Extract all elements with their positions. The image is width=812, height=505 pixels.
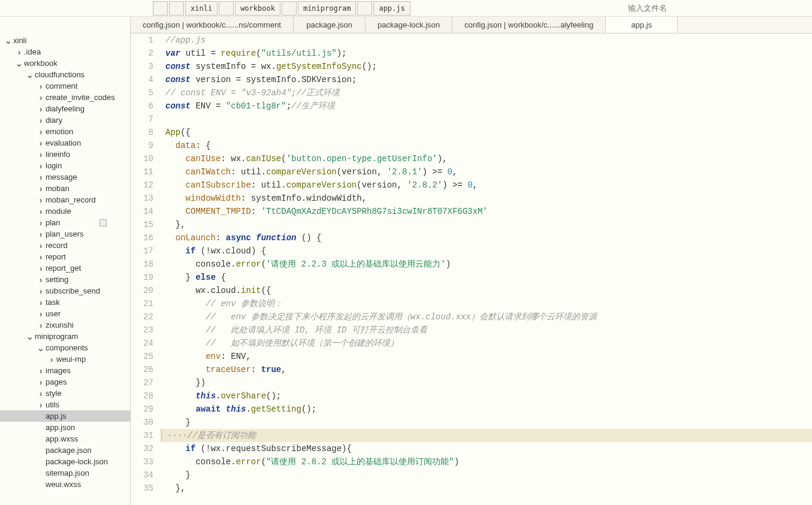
code-line[interactable]: windowWidth: systemInfo.windowWidth, [165, 192, 812, 205]
tree-item[interactable]: utils [0, 399, 130, 410]
code-line[interactable]: if (!wx.requestSubscribeMessage){ [165, 442, 812, 455]
code-line[interactable]: COMMENT_TMPID: 'TtCDAQmXAzdEYDcAYSPRh8G7… [165, 205, 812, 218]
code-line[interactable]: App({ [165, 126, 812, 139]
code-line[interactable] [165, 113, 812, 126]
editor-tab[interactable]: package-lock.json [366, 17, 452, 33]
chevron-right-icon[interactable] [37, 252, 44, 262]
tree-item[interactable]: package.json [0, 444, 130, 456]
chevron-down-icon[interactable] [5, 36, 12, 46]
tree-item[interactable]: task [0, 297, 130, 308]
code-line[interactable]: canIUse: wx.canIUse('button.open-type.ge… [165, 152, 812, 165]
chevron-right-icon[interactable] [37, 264, 44, 273]
code-line[interactable]: if (!wx.cloud) { [165, 244, 812, 258]
chevron-right-icon[interactable] [37, 104, 44, 114]
chevron-right-icon[interactable] [37, 127, 44, 137]
tree-item[interactable]: plan_users [0, 228, 130, 240]
chevron-right-icon[interactable] [37, 320, 44, 330]
chevron-right-icon[interactable] [37, 93, 44, 102]
code-line[interactable]: }, [165, 482, 812, 495]
chevron-right-icon[interactable] [48, 355, 55, 364]
code-line[interactable]: await this.getSetting(); [165, 403, 812, 416]
code-line[interactable]: canIWatch: util.compareVersion(version, … [165, 165, 812, 179]
code-line[interactable]: ····//是否有订阅功能 [161, 429, 812, 442]
code-editor[interactable]: 1234567891011121314151617181920212223242… [131, 34, 812, 505]
tree-item[interactable]: module [0, 205, 130, 217]
file-search-input[interactable] [542, 2, 752, 15]
code-line[interactable]: traceUser: true, [165, 363, 812, 376]
tree-item[interactable]: workbook [0, 58, 130, 69]
chevron-right-icon[interactable] [37, 275, 44, 285]
chevron-down-icon[interactable] [26, 70, 34, 80]
tree-item[interactable]: images [0, 365, 130, 376]
tree-item[interactable]: cloudfunctions [0, 69, 130, 80]
code-line[interactable]: const version = systemInfo.SDKVersion; [165, 73, 812, 86]
breadcrumb-segment[interactable] [219, 1, 234, 16]
chevron-right-icon[interactable] [37, 218, 44, 228]
tree-item[interactable]: package-lock.json [0, 456, 130, 467]
tree-item[interactable]: app.wxss [0, 433, 130, 444]
code-line[interactable]: } [165, 416, 812, 429]
code-line[interactable]: env: ENV, [165, 350, 812, 363]
tree-item[interactable]: weui.wxss [0, 479, 130, 490]
editor-tab[interactable]: package.json [294, 17, 366, 33]
chevron-right-icon[interactable] [37, 241, 44, 250]
code-line[interactable]: // 此处请填入环境 ID, 环境 ID 可打开云控制台查看 [165, 323, 812, 337]
code-line[interactable]: console.error('请使用 2.2.3 或以上的基础库以使用云能力') [165, 258, 812, 271]
breadcrumb-segment[interactable] [282, 1, 297, 16]
editor-tab[interactable]: config.json | workbook/c......alyfeeling [452, 17, 606, 33]
editor-tab[interactable]: config.json | workbook/c......ns/comment [131, 17, 294, 33]
tree-item[interactable]: lineinfo [0, 149, 130, 160]
tree-item[interactable]: create_invite_codes [0, 92, 130, 103]
chevron-right-icon[interactable] [37, 81, 44, 91]
tree-item[interactable]: report [0, 251, 130, 262]
tree-item[interactable]: pages [0, 376, 130, 388]
breadcrumb-segment[interactable] [153, 1, 168, 16]
tree-item[interactable]: components [0, 342, 130, 353]
tree-item[interactable]: login [0, 160, 130, 171]
tree-item[interactable]: style [0, 388, 130, 399]
code-line[interactable]: const systemInfo = wx.getSystemInfoSync(… [165, 60, 812, 73]
chevron-right-icon[interactable] [37, 298, 44, 307]
tree-item[interactable]: comment [0, 80, 130, 92]
chevron-right-icon[interactable] [16, 47, 23, 57]
chevron-right-icon[interactable] [37, 207, 44, 216]
code-line[interactable]: } else { [165, 271, 812, 284]
chevron-down-icon[interactable] [16, 59, 23, 68]
tree-item[interactable]: message [0, 171, 130, 183]
code-line[interactable]: canISubscribe: util.compareVersion(versi… [165, 179, 812, 192]
tree-item[interactable]: diary [0, 114, 130, 126]
chevron-right-icon[interactable] [37, 400, 44, 410]
code-line[interactable]: } [165, 468, 812, 482]
tree-item[interactable]: moban [0, 183, 130, 194]
code-line[interactable]: console.error("请使用 2.8.2 或以上的基础库以使用订阅功能"… [165, 455, 812, 468]
chevron-right-icon[interactable] [37, 161, 44, 171]
chevron-right-icon[interactable] [37, 184, 44, 193]
code-line[interactable]: const ENV = "cb01-tlg8r";//生产环境 [165, 99, 812, 113]
code-line[interactable]: // env 参数决定接下来小程序发起的云开发调用（wx.cloud.xxx）会… [165, 310, 812, 323]
chevron-right-icon[interactable] [37, 377, 44, 387]
code-line[interactable]: onLaunch: async function () { [165, 231, 812, 244]
code-line[interactable]: }) [165, 376, 812, 389]
breadcrumb-segment[interactable]: app.js [373, 1, 410, 16]
tree-item[interactable]: miniprogram [0, 331, 130, 342]
tree-item[interactable]: user [0, 308, 130, 319]
code-line[interactable]: // env 参数说明： [165, 297, 812, 310]
tree-item[interactable]: emotion [0, 126, 130, 137]
tree-item[interactable]: record [0, 240, 130, 251]
chevron-right-icon[interactable] [37, 309, 44, 319]
tree-item[interactable]: moban_record [0, 194, 130, 205]
tree-item[interactable]: setting [0, 274, 130, 285]
code-line[interactable]: this.overShare(); [165, 389, 812, 403]
breadcrumb-segment[interactable] [357, 1, 372, 16]
chevron-right-icon[interactable] [37, 389, 44, 398]
chevron-right-icon[interactable] [37, 195, 44, 205]
file-tree-sidebar[interactable]: xinli.ideaworkbookcloudfunctionscommentc… [0, 17, 131, 505]
chevron-right-icon[interactable] [37, 138, 44, 148]
chevron-right-icon[interactable] [37, 150, 44, 159]
chevron-down-icon[interactable] [26, 332, 34, 341]
code-line[interactable]: var util = require("utils/util.js"); [165, 47, 812, 60]
tree-item[interactable]: sitemap.json [0, 467, 130, 479]
tree-item[interactable]: dialyfeeling [0, 103, 130, 114]
breadcrumb-segment[interactable]: xinli [185, 1, 218, 16]
chevron-right-icon[interactable] [37, 229, 44, 239]
